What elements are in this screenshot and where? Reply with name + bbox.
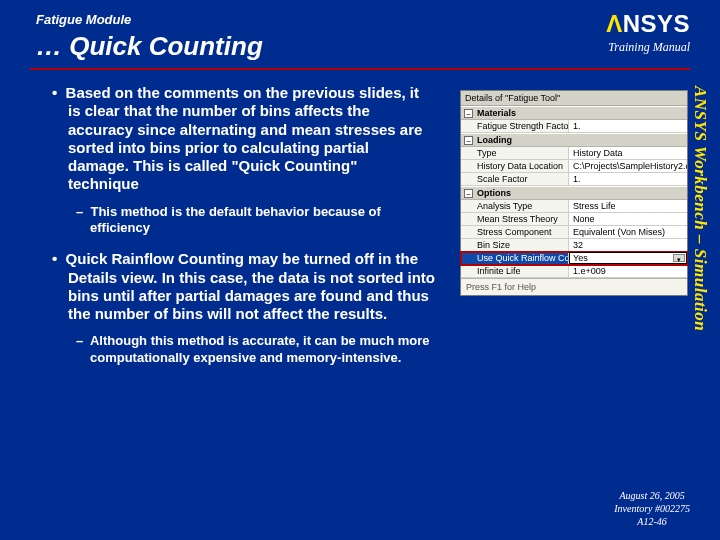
bullet-2-sub: – Although this method is accurate, it c… — [76, 333, 436, 366]
logo-area: ΛNSYS Training Manual — [606, 10, 690, 55]
row-infinite-life[interactable]: Infinite Life1.e+009 — [461, 265, 687, 278]
collapse-icon[interactable]: – — [464, 109, 473, 118]
bullet-2: • Quick Rainflow Counting may be turned … — [52, 250, 452, 323]
ansys-logo: ΛNSYS — [606, 10, 690, 38]
footer-page: A12-46 — [614, 515, 690, 528]
row-quick-counting[interactable]: Use Quick Rainflow Counting Yes▾ — [461, 252, 687, 265]
collapse-icon[interactable]: – — [464, 189, 473, 198]
training-manual-label: Training Manual — [606, 40, 690, 55]
row-bin-size[interactable]: Bin Size32 — [461, 239, 687, 252]
row-history-data[interactable]: History Data LocationC:\Projects\SampleH… — [461, 160, 687, 173]
footer: August 26, 2005 Inventory #002275 A12-46 — [614, 489, 690, 528]
panel-title: Details of "Fatigue Tool" — [461, 91, 687, 106]
bullet-1: • Based on the comments on the previous … — [52, 84, 432, 194]
footer-date: August 26, 2005 — [614, 489, 690, 502]
section-materials[interactable]: –Materials — [461, 106, 687, 120]
footer-inventory: Inventory #002275 — [614, 502, 690, 515]
row-mean-stress[interactable]: Mean Stress TheoryNone — [461, 213, 687, 226]
row-type[interactable]: TypeHistory Data — [461, 147, 687, 160]
panel-help-text: Press F1 for Help — [461, 278, 687, 295]
details-panel: Details of "Fatigue Tool" –Materials Fat… — [460, 90, 688, 296]
collapse-icon[interactable]: – — [464, 136, 473, 145]
section-options[interactable]: –Options — [461, 186, 687, 200]
bullet-1-sub: – This method is the default behavior be… — [76, 204, 436, 237]
row-scale-factor[interactable]: Scale Factor1. — [461, 173, 687, 186]
row-stress-component[interactable]: Stress ComponentEquivalent (Von Mises) — [461, 226, 687, 239]
section-loading[interactable]: –Loading — [461, 133, 687, 147]
chevron-down-icon[interactable]: ▾ — [673, 254, 685, 262]
row-analysis-type[interactable]: Analysis TypeStress Life — [461, 200, 687, 213]
row-kf[interactable]: Fatigue Strength Factor (Kf)1. — [461, 120, 687, 133]
